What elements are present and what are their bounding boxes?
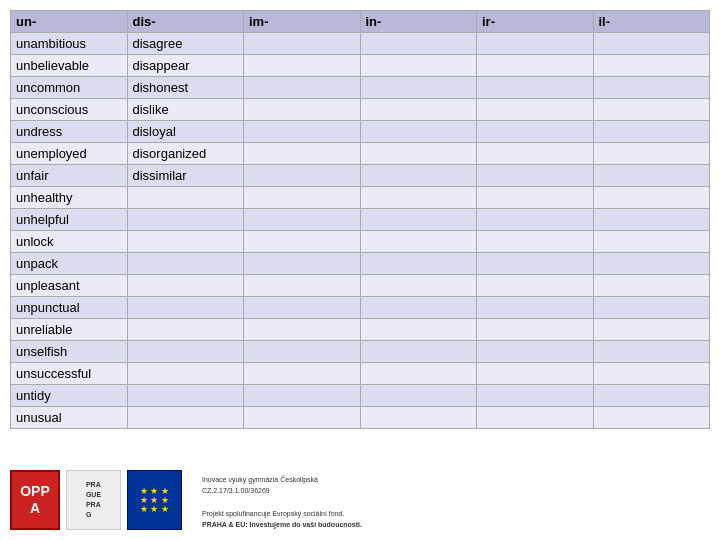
table-cell (244, 143, 361, 165)
table-cell (360, 231, 477, 253)
table-cell: unsuccessful (11, 363, 128, 385)
prague-logo-text: PRAGUEPRAG (86, 480, 101, 519)
table-row: unsuccessful (11, 363, 710, 385)
col-header-dis: dis- (127, 11, 244, 33)
table-cell (360, 99, 477, 121)
table-cell (127, 407, 244, 429)
eu-logo: ★ ★ ★★ ★ ★★ ★ ★ (127, 470, 182, 530)
table-row: unambitiousdisagree (11, 33, 710, 55)
col-header-ir: ir- (477, 11, 594, 33)
table-cell (477, 143, 594, 165)
table-cell (360, 341, 477, 363)
table-cell: unpunctual (11, 297, 128, 319)
table-cell (244, 33, 361, 55)
table-row: unconsciousdislike (11, 99, 710, 121)
table-cell (244, 297, 361, 319)
table-cell: untidy (11, 385, 128, 407)
table-cell (593, 143, 710, 165)
table-cell: unhealthy (11, 187, 128, 209)
table-cell (244, 363, 361, 385)
table-cell: disorganized (127, 143, 244, 165)
table-cell (360, 187, 477, 209)
table-cell: uncommon (11, 77, 128, 99)
table-cell: unhelpful (11, 209, 128, 231)
table-cell: unemployed (11, 143, 128, 165)
table-cell: unreliable (11, 319, 128, 341)
table-row: unemployeddisorganized (11, 143, 710, 165)
page: un- dis- im- in- ir- il- unambitiousdisa… (0, 0, 720, 540)
table-row: uncommondishonest (11, 77, 710, 99)
table-cell (127, 187, 244, 209)
table-cell (360, 297, 477, 319)
table-row: unhealthy (11, 187, 710, 209)
table-row: unfairdissimilar (11, 165, 710, 187)
table-cell: unselfish (11, 341, 128, 363)
table-cell (477, 297, 594, 319)
table-cell: unlock (11, 231, 128, 253)
table-cell (244, 341, 361, 363)
table-cell: unpleasant (11, 275, 128, 297)
table-cell (127, 275, 244, 297)
table-cell (360, 143, 477, 165)
table-cell (477, 165, 594, 187)
table-cell: unbelievable (11, 55, 128, 77)
table-cell (360, 77, 477, 99)
table-row: unpunctual (11, 297, 710, 319)
table-cell (477, 319, 594, 341)
table-cell (244, 165, 361, 187)
table-cell (477, 275, 594, 297)
table-cell (593, 297, 710, 319)
prague-logo: PRAGUEPRAG (66, 470, 121, 530)
table-cell (127, 341, 244, 363)
table-cell (244, 319, 361, 341)
table-cell: unfair (11, 165, 128, 187)
table-row: unlock (11, 231, 710, 253)
table-cell (593, 231, 710, 253)
table-cell (593, 165, 710, 187)
table-cell (360, 363, 477, 385)
table-cell (477, 341, 594, 363)
table-cell (477, 33, 594, 55)
logos-area: OPPA PRAGUEPRAG ★ ★ ★★ ★ ★★ ★ ★ (10, 470, 182, 530)
table-cell (593, 407, 710, 429)
table-cell (593, 319, 710, 341)
table-cell (244, 231, 361, 253)
table-cell (477, 385, 594, 407)
table-cell (593, 55, 710, 77)
table-cell: disagree (127, 33, 244, 55)
table-cell (244, 99, 361, 121)
table-cell (244, 55, 361, 77)
footer-line3: Projekt spolufinancuje Evropský sociální… (202, 508, 710, 519)
table-cell (360, 385, 477, 407)
col-header-il: il- (593, 11, 710, 33)
footer-text-area: Inovace výuky gymnázia Českolipská CZ.2.… (182, 474, 710, 530)
opp-logo-text: OPPA (20, 483, 50, 517)
table-row: undressdisloyal (11, 121, 710, 143)
table-cell: unusual (11, 407, 128, 429)
table-row: unselfish (11, 341, 710, 363)
table-cell (127, 209, 244, 231)
table-cell: unpack (11, 253, 128, 275)
table-cell (127, 231, 244, 253)
table-cell (477, 77, 594, 99)
footer-line4: PRAHA & EU: Investujeme do vaší budoucno… (202, 519, 710, 530)
table-cell (477, 99, 594, 121)
table-cell (244, 187, 361, 209)
table-row: unpleasant (11, 275, 710, 297)
table-cell (593, 385, 710, 407)
table-cell: disloyal (127, 121, 244, 143)
col-header-im: im- (244, 11, 361, 33)
table-row: untidy (11, 385, 710, 407)
table-cell (244, 253, 361, 275)
table-cell (360, 407, 477, 429)
prefix-table: un- dis- im- in- ir- il- unambitiousdisa… (10, 10, 710, 429)
table-cell (593, 363, 710, 385)
table-cell (593, 187, 710, 209)
footer: OPPA PRAGUEPRAG ★ ★ ★★ ★ ★★ ★ ★ Inovace … (10, 440, 710, 530)
table-cell (593, 341, 710, 363)
table-cell (593, 209, 710, 231)
table-cell (593, 253, 710, 275)
table-row: unpack (11, 253, 710, 275)
table-row: unreliable (11, 319, 710, 341)
table-cell (127, 363, 244, 385)
